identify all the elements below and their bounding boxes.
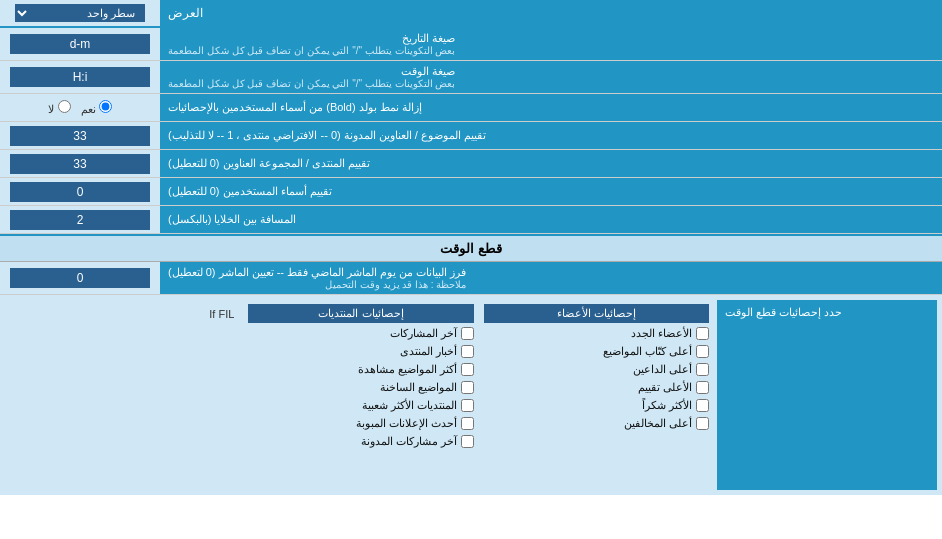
- checkbox-most-thanks: الأكثر شكراً: [484, 399, 709, 412]
- cb-most-popular-forums-label: المنتديات الأكثر شعبية: [362, 399, 457, 412]
- time-cut-label-text: فرز البيانات من يوم الماشر الماضي فقط --…: [168, 266, 466, 278]
- topic-order-input-area: [0, 122, 160, 149]
- checkbox-top-topic-writers: أعلى كتّاب المواضيع: [484, 345, 709, 358]
- checkbox-most-popular-forums: المنتديات الأكثر شعبية: [248, 399, 473, 412]
- cb-top-inviters-label: أعلى الداعين: [633, 363, 692, 376]
- cb-top-rated[interactable]: [696, 381, 709, 394]
- user-names-label: تقييم أسماء المستخدمين (0 للتعطيل): [160, 178, 942, 205]
- forum-order-row: تقييم المنتدى / المجموعة العناوين (0 للت…: [0, 150, 942, 178]
- cb-last-blog-posts[interactable]: [461, 435, 474, 448]
- header-row: العرض سطر واحد سطرين ثلاثة أسطر: [0, 0, 942, 28]
- time-cut-label: فرز البيانات من يوم الماشر الماضي فقط --…: [160, 262, 942, 294]
- topic-order-label: تقييم الموضوع / العناوين المدونة (0 -- ا…: [160, 122, 942, 149]
- topic-order-row: تقييم الموضوع / العناوين المدونة (0 -- ا…: [0, 122, 942, 150]
- topic-order-label-text: تقييم الموضوع / العناوين المدونة (0 -- ا…: [168, 129, 486, 142]
- cell-gap-input-area: [0, 206, 160, 233]
- header-label-text: العرض: [168, 6, 203, 20]
- cb-hot-topics-label: المواضيع الساخنة: [380, 381, 457, 394]
- cell-gap-input[interactable]: [10, 210, 150, 230]
- checkbox-top-inviters: أعلى الداعين: [484, 363, 709, 376]
- time-format-sublabel: بعض التكوينات يتطلب "/" التي يمكن ان تضا…: [168, 78, 455, 89]
- remove-bold-label-text: إزالة نمط بولد (Bold) من أسماء المستخدمي…: [168, 101, 422, 114]
- forum-order-input[interactable]: [10, 154, 150, 174]
- date-format-input-area: [0, 28, 160, 60]
- date-format-row: صيغة التاريخ بعض التكوينات يتطلب "/" الت…: [0, 28, 942, 61]
- user-names-input[interactable]: [10, 182, 150, 202]
- forum-order-input-area: [0, 150, 160, 177]
- time-cut-row: فرز البيانات من يوم الماشر الماضي فقط --…: [0, 262, 942, 295]
- cb-last-blog-posts-label: آخر مشاركات المدونة: [361, 435, 457, 448]
- main-container: العرض سطر واحد سطرين ثلاثة أسطر صيغة الت…: [0, 0, 942, 495]
- user-names-row: تقييم أسماء المستخدمين (0 للتعطيل): [0, 178, 942, 206]
- radio-no[interactable]: [58, 100, 71, 113]
- cb-new-members-label: الأعضاء الجدد: [631, 327, 692, 340]
- time-cut-section-header: قطع الوقت: [0, 234, 942, 262]
- date-format-sublabel: بعض التكوينات يتطلب "/" التي يمكن ان تضا…: [168, 45, 455, 56]
- cb-most-viewed-label: أكثر المواضيع مشاهدة: [358, 363, 457, 376]
- radio-yes-label: نعم: [81, 100, 112, 116]
- checkbox-hot-topics: المواضيع الساخنة: [248, 381, 473, 394]
- cb-top-violations[interactable]: [696, 417, 709, 430]
- checkbox-top-rated: الأعلى تقييم: [484, 381, 709, 394]
- time-format-input-area: [0, 61, 160, 93]
- checkbox-new-members: الأعضاء الجدد: [484, 327, 709, 340]
- cb-top-topic-writers-label: أعلى كتّاب المواضيع: [603, 345, 692, 358]
- cb-most-viewed[interactable]: [461, 363, 474, 376]
- cb-top-rated-label: الأعلى تقييم: [638, 381, 692, 394]
- cb-most-thanks-label: الأكثر شكراً: [642, 399, 692, 412]
- time-cut-title: قطع الوقت: [440, 241, 502, 256]
- user-names-input-area: [0, 178, 160, 205]
- cell-gap-label: المسافة بين الخلايا (بالبكسل): [160, 206, 942, 233]
- checkbox-most-viewed: أكثر المواضيع مشاهدة: [248, 363, 473, 376]
- cb-forum-news[interactable]: [461, 345, 474, 358]
- member-stats-header-text: إحصائيات الأعضاء: [557, 307, 636, 319]
- checkbox-top-violations: أعلى المخالفين: [484, 417, 709, 430]
- cell-gap-label-text: المسافة بين الخلايا (بالبكسل): [168, 213, 297, 226]
- forum-order-label: تقييم المنتدى / المجموعة العناوين (0 للت…: [160, 150, 942, 177]
- note-content: If FIL: [209, 308, 234, 320]
- checkbox-columns: إحصائيات الأعضاء الأعضاء الجدد أعلى كتّا…: [5, 300, 717, 490]
- date-format-label: صيغة التاريخ بعض التكوينات يتطلب "/" الت…: [160, 28, 942, 60]
- cb-top-violations-label: أعلى المخالفين: [624, 417, 692, 430]
- cb-most-thanks[interactable]: [696, 399, 709, 412]
- time-format-label: صيغة الوقت بعض التكوينات يتطلب "/" التي …: [160, 61, 942, 93]
- time-cut-input-area: [0, 262, 160, 294]
- checkboxes-section: حدد إحصائيات قطع الوقت إحصائيات الأعضاء …: [0, 295, 942, 495]
- cb-last-posts[interactable]: [461, 327, 474, 340]
- member-stats-header: إحصائيات الأعضاء: [484, 304, 709, 323]
- note-text: If FIL: [13, 304, 238, 324]
- display-select[interactable]: سطر واحد سطرين ثلاثة أسطر: [15, 4, 145, 22]
- radio-no-label: لا: [48, 100, 70, 116]
- forum-order-label-text: تقييم المنتدى / المجموعة العناوين (0 للت…: [168, 157, 370, 170]
- cb-last-posts-label: آخر المشاركات: [390, 327, 457, 340]
- time-format-row: صيغة الوقت بعض التكوينات يتطلب "/" التي …: [0, 61, 942, 94]
- cb-hot-topics[interactable]: [461, 381, 474, 394]
- cb-top-inviters[interactable]: [696, 363, 709, 376]
- time-cut-sublabel: ملاحظة : هذا قد يزيد وقت التحميل: [168, 279, 466, 290]
- checkbox-last-posts: آخر المشاركات: [248, 327, 473, 340]
- cb-latest-classifieds-label: أحدث الإعلانات المبوبة: [356, 417, 457, 430]
- header-label: العرض: [160, 0, 942, 26]
- cb-top-topic-writers[interactable]: [696, 345, 709, 358]
- time-format-input[interactable]: [10, 67, 150, 87]
- remove-bold-label: إزالة نمط بولد (Bold) من أسماء المستخدمي…: [160, 94, 942, 121]
- remove-bold-radio-area: نعم لا: [0, 94, 160, 121]
- time-format-label-text: صيغة الوقت: [401, 65, 455, 77]
- topic-order-input[interactable]: [10, 126, 150, 146]
- header-select-area: سطر واحد سطرين ثلاثة أسطر: [0, 0, 160, 26]
- checkbox-latest-classifieds: أحدث الإعلانات المبوبة: [248, 417, 473, 430]
- checkbox-last-blog-posts: آخر مشاركات المدونة: [248, 435, 473, 448]
- cb-most-popular-forums[interactable]: [461, 399, 474, 412]
- date-format-input[interactable]: [10, 34, 150, 54]
- note-col: If FIL: [13, 304, 238, 486]
- forum-stats-header: إحصائيات المنتديات: [248, 304, 473, 323]
- time-cut-input[interactable]: [10, 268, 150, 288]
- date-format-label-text: صيغة التاريخ: [402, 32, 455, 44]
- cb-latest-classifieds[interactable]: [461, 417, 474, 430]
- member-stats-col: إحصائيات الأعضاء الأعضاء الجدد أعلى كتّا…: [484, 304, 709, 486]
- forum-stats-col: إحصائيات المنتديات آخر المشاركات أخبار ا…: [248, 304, 473, 486]
- forum-stats-header-text: إحصائيات المنتديات: [318, 307, 403, 319]
- checkbox-forum-news: أخبار المنتدى: [248, 345, 473, 358]
- radio-yes[interactable]: [99, 100, 112, 113]
- cb-new-members[interactable]: [696, 327, 709, 340]
